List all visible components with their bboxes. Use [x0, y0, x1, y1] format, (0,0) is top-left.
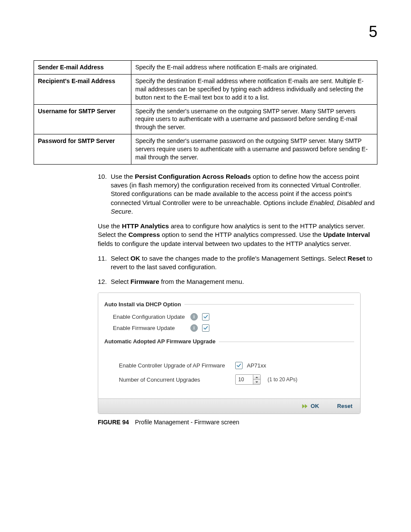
field-description-table: Sender E-mail Address Specify the E-mail…	[34, 60, 377, 165]
divider	[184, 304, 354, 305]
field-description: Specify the sender's username password o…	[131, 134, 377, 165]
panel-footer: OK Reset	[98, 398, 360, 414]
text: option to send the HTTP analytics compre…	[160, 231, 323, 238]
text: Use the	[98, 222, 122, 230]
figure-title: Profile Management - Firmware screen	[135, 419, 239, 426]
field-label: Username for SMTP Server	[34, 104, 131, 134]
field-label: Password for SMTP Server	[34, 134, 131, 165]
divider	[219, 342, 354, 342]
step-number: 12.	[98, 277, 107, 286]
table-row: Recipient's E-mail Address Specify the d…	[34, 74, 377, 104]
step-number: 11.	[98, 254, 107, 263]
button-label: Reset	[337, 402, 352, 410]
paragraph-http-analytics: Use the HTTP Analytics area to configure…	[98, 222, 377, 248]
text: Use the	[111, 173, 135, 180]
table-row: Sender E-mail Address Specify the E-mail…	[34, 61, 377, 75]
row-enable-firmware-update: Enable Firmware Update i	[113, 324, 354, 332]
text-bold: Persist Configuration Across Reloads	[135, 173, 251, 180]
stepper-value: 10	[236, 375, 253, 384]
form-label: Number of Concurrent Upgrades	[119, 376, 231, 384]
form-label: Enable Controller Upgrade of AP Firmware	[119, 362, 231, 370]
table-row: Username for SMTP Server Specify the sen…	[34, 104, 377, 134]
row-enable-config-update: Enable Configuration Update i	[113, 313, 354, 321]
button-label: OK	[311, 402, 319, 410]
row-concurrent-upgrades: Number of Concurrent Upgrades 10 (1 to 2…	[119, 374, 354, 385]
text-bold: Firmware	[131, 278, 159, 285]
step-12: 12. Select Firmware from the Management …	[98, 277, 377, 286]
concurrent-upgrades-stepper[interactable]: 10	[235, 374, 261, 385]
text-italic: Enabled, Disabled	[310, 199, 362, 206]
field-label: Sender E-mail Address	[34, 61, 131, 75]
info-icon[interactable]: i	[190, 324, 198, 332]
text: Select	[111, 278, 131, 285]
stepper-up-button[interactable]	[253, 375, 260, 380]
step-11: 11. Select OK to save the changes made t…	[98, 254, 377, 272]
step-10: 10. Use the Persist Configuration Across…	[98, 172, 377, 216]
firmware-screenshot: Auto Install via DHCP Option Enable Conf…	[98, 292, 361, 414]
ok-button[interactable]: OK	[299, 401, 323, 411]
table-row: Password for SMTP Server Specify the sen…	[34, 134, 377, 165]
field-description: Specify the sender's username on the out…	[131, 104, 377, 134]
form-label: Enable Firmware Update	[113, 324, 186, 332]
info-icon[interactable]: i	[190, 313, 198, 320]
text: to save the changes made to the profile'…	[140, 255, 347, 262]
text-italic: Secure	[111, 208, 131, 215]
text-bold: Reset	[348, 255, 365, 262]
text: .	[131, 208, 133, 215]
text-bold: Update Interval	[323, 231, 370, 238]
text: fields to configure the update interval …	[98, 240, 351, 247]
fieldset-title-text: Auto Install via DHCP Option	[104, 301, 181, 308]
field-description: Specify the E-mail address where notific…	[131, 61, 377, 75]
stepper-range-hint: (1 to 20 APs)	[268, 376, 297, 383]
ap-model-text: AP71xx	[247, 362, 266, 370]
fieldset-auto-adopted-title: Automatic Adopted AP Firmware Upgrade	[104, 338, 354, 345]
field-label: Recipient's E-mail Address	[34, 74, 131, 104]
checkbox-enable-config-update[interactable]	[202, 313, 209, 320]
text-bold: OK	[131, 255, 140, 262]
form-label: Enable Configuration Update	[113, 313, 186, 321]
field-description: Specify the destination E-mail address w…	[131, 74, 377, 104]
fieldset-title-text: Automatic Adopted AP Firmware Upgrade	[104, 338, 215, 345]
checkbox-controller-upgrade[interactable]	[235, 362, 243, 369]
reset-button[interactable]: Reset	[334, 401, 356, 411]
text: Select	[111, 255, 131, 262]
fast-forward-icon	[302, 404, 308, 409]
step-number: 10.	[98, 172, 107, 181]
body-text: 10. Use the Persist Configuration Across…	[98, 172, 377, 286]
checkbox-enable-firmware-update[interactable]	[202, 324, 209, 332]
text-bold: HTTP Analytics	[122, 222, 169, 230]
row-controller-upgrade: Enable Controller Upgrade of AP Firmware…	[119, 362, 354, 370]
stepper-down-button[interactable]	[253, 380, 260, 385]
fieldset-auto-install-title: Auto Install via DHCP Option	[104, 301, 354, 308]
text-bold: Compress	[128, 231, 160, 238]
figure-caption: FIGURE 94Profile Management - Firmware s…	[98, 418, 377, 426]
chapter-number: 5	[369, 22, 377, 43]
text: from the Management menu.	[159, 278, 244, 285]
text: and	[362, 199, 374, 206]
figure-label: FIGURE 94	[98, 419, 129, 426]
